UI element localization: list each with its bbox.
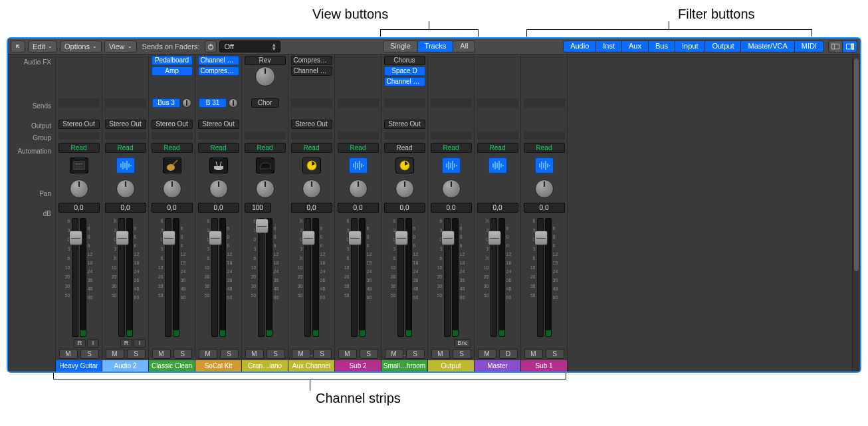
amp-icon[interactable] bbox=[70, 158, 88, 173]
group-slot[interactable] bbox=[431, 132, 472, 140]
solo-button[interactable]: S bbox=[453, 349, 471, 359]
left-panel-toggle[interactable] bbox=[828, 41, 843, 53]
fader-track[interactable] bbox=[444, 218, 451, 337]
send-slot-empty[interactable] bbox=[477, 98, 518, 108]
mute-button[interactable]: M bbox=[292, 349, 310, 359]
fx-slot[interactable]: Space D bbox=[384, 66, 425, 76]
options-menu[interactable]: Options⌄ bbox=[60, 41, 102, 53]
solo-button[interactable]: S bbox=[267, 349, 285, 359]
channel-name-plate[interactable]: Small…hroom bbox=[381, 360, 427, 372]
wave-icon[interactable] bbox=[488, 158, 507, 173]
automation-mode-button[interactable]: Read bbox=[291, 143, 332, 153]
solo-button[interactable]: S bbox=[406, 349, 425, 359]
channel-name-plate[interactable]: Audio 2 bbox=[102, 360, 148, 372]
channel-name-plate[interactable]: SoCal Kit bbox=[195, 360, 241, 372]
db-value[interactable]: 0,0 bbox=[198, 203, 239, 213]
fx-slot[interactable]: Rev bbox=[245, 56, 286, 65]
automation-mode-button[interactable]: Read bbox=[524, 143, 565, 153]
channel-name-plate[interactable]: Sub 1 bbox=[521, 360, 567, 372]
filter-mastervca-button[interactable]: Master/VCA bbox=[741, 41, 794, 53]
fader-track[interactable] bbox=[490, 218, 497, 337]
view-tracks-button[interactable]: Tracks bbox=[418, 41, 454, 53]
fader-track[interactable] bbox=[537, 218, 544, 337]
send-slot[interactable]: Bus 3 bbox=[152, 98, 180, 108]
send-slot[interactable]: Chor bbox=[251, 98, 279, 108]
solo-button[interactable]: S bbox=[360, 349, 378, 359]
filter-aux-button[interactable]: Aux bbox=[622, 41, 649, 53]
pan-knob[interactable] bbox=[535, 179, 554, 198]
automation-mode-button[interactable]: Read bbox=[152, 143, 193, 153]
db-value[interactable]: 0,0 bbox=[105, 203, 146, 213]
db-value[interactable]: 0,0 bbox=[152, 203, 193, 213]
guitar-icon[interactable] bbox=[163, 158, 181, 173]
drums-icon[interactable] bbox=[209, 158, 228, 173]
bounce-button[interactable]: Bnc bbox=[454, 339, 471, 348]
channel-name-plate[interactable]: Aux Channel bbox=[288, 360, 334, 372]
fader-track[interactable] bbox=[351, 218, 358, 337]
mute-button[interactable]: M bbox=[524, 349, 543, 359]
mute-button[interactable]: M bbox=[478, 349, 496, 359]
fx-slot[interactable]: Channel EQ bbox=[198, 56, 239, 65]
db-peak[interactable] bbox=[272, 203, 286, 213]
send-slot-empty[interactable] bbox=[524, 98, 565, 108]
sends-on-faders-select[interactable]: Off ▴▾ bbox=[219, 41, 280, 53]
output-slot[interactable]: Stereo Out bbox=[198, 120, 239, 129]
view-all-button[interactable]: All bbox=[453, 41, 475, 53]
pan-knob[interactable] bbox=[395, 179, 414, 198]
output-slot[interactable]: Stereo Out bbox=[152, 120, 193, 129]
fx-slot[interactable]: Compressor bbox=[198, 66, 239, 76]
filter-output-button[interactable]: Output bbox=[705, 41, 741, 53]
vertical-scrollbar[interactable] bbox=[852, 54, 860, 372]
fader-track[interactable] bbox=[397, 218, 404, 337]
fader-track[interactable] bbox=[118, 218, 125, 337]
solo-button[interactable]: S bbox=[173, 349, 192, 359]
scrollbar-thumb[interactable] bbox=[854, 58, 859, 271]
group-slot[interactable] bbox=[152, 132, 193, 140]
pan-knob[interactable] bbox=[70, 179, 88, 198]
group-slot[interactable] bbox=[245, 132, 286, 140]
right-panel-toggle[interactable] bbox=[843, 41, 857, 53]
record-enable-button[interactable]: R bbox=[74, 339, 86, 348]
group-slot[interactable] bbox=[477, 132, 518, 140]
fader-cap[interactable] bbox=[441, 231, 455, 245]
output-slot[interactable]: Stereo Out bbox=[105, 120, 146, 129]
send-slot-empty[interactable] bbox=[431, 98, 472, 108]
db-value[interactable]: 0,0 bbox=[384, 203, 425, 213]
wave-icon[interactable] bbox=[442, 158, 461, 173]
output-slot[interactable]: Stereo Out bbox=[384, 120, 425, 129]
mute-button[interactable]: M bbox=[59, 349, 78, 359]
fader-track[interactable] bbox=[165, 218, 171, 337]
group-slot[interactable] bbox=[105, 132, 146, 140]
group-slot[interactable] bbox=[291, 132, 332, 140]
wave-icon[interactable] bbox=[349, 158, 368, 173]
filter-inst-button[interactable]: Inst bbox=[596, 41, 622, 53]
group-slot[interactable] bbox=[198, 132, 239, 140]
filter-bus-button[interactable]: Bus bbox=[649, 41, 675, 53]
db-value[interactable]: 0,0 bbox=[524, 203, 565, 213]
channel-name-plate[interactable]: Heavy Guitar bbox=[56, 360, 102, 372]
pan-knob[interactable] bbox=[163, 179, 181, 198]
send-slot-empty[interactable] bbox=[291, 98, 332, 108]
fader-track[interactable] bbox=[211, 218, 218, 337]
fader-track[interactable] bbox=[72, 218, 78, 337]
edit-menu[interactable]: Edit⌄ bbox=[28, 41, 57, 53]
fx-knob[interactable] bbox=[255, 66, 275, 86]
channel-name-plate[interactable]: Output bbox=[428, 360, 474, 372]
fx-slot[interactable]: Channel EQ bbox=[291, 66, 332, 76]
fader-cap[interactable] bbox=[209, 231, 222, 245]
automation-mode-button[interactable]: Read bbox=[384, 143, 425, 153]
wave-icon[interactable] bbox=[116, 158, 135, 173]
fader-track[interactable] bbox=[304, 218, 311, 337]
solo-button[interactable]: S bbox=[546, 349, 564, 359]
output-slot[interactable]: Stereo Out bbox=[58, 120, 100, 129]
view-menu[interactable]: View⌄ bbox=[104, 41, 137, 53]
db-value[interactable]: 100 bbox=[245, 203, 271, 213]
fader-cap[interactable] bbox=[534, 231, 548, 245]
group-slot[interactable] bbox=[58, 132, 100, 140]
automation-mode-button[interactable]: Read bbox=[198, 143, 239, 153]
filter-input-button[interactable]: Input bbox=[675, 41, 705, 53]
fader-cap[interactable] bbox=[69, 231, 82, 245]
disc-icon[interactable] bbox=[395, 158, 414, 173]
send-level-knob[interactable] bbox=[182, 98, 191, 108]
disc-icon[interactable] bbox=[302, 158, 321, 173]
